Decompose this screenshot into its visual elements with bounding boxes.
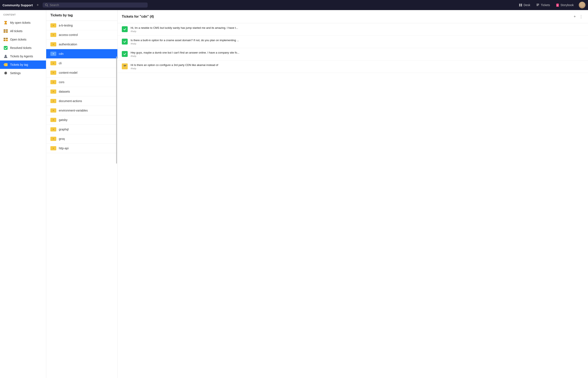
sidebar-item-resolved-tickets[interactable]: Resolved tickets [0,44,46,52]
tag-row-a-b-testing[interactable]: a-b-testing [46,21,117,30]
sidebar-item-tickets-by-tag[interactable]: Tickets by tag [0,60,46,69]
sidebar-item-my-open-tickets[interactable]: My open tickets [0,18,46,27]
tickets-header: Tickets for "cdn" (4) + ⋮ [118,10,588,23]
ticket-item-t4[interactable]: Hi Is there an option co configure a 3rd… [118,60,588,73]
tag-row-access-control[interactable]: access-control [46,30,117,40]
more-options-button[interactable]: ⋮ [578,14,584,20]
tag-row-label-datasets: datasets [59,90,70,93]
tag-row-graphql[interactable]: graphql [46,125,117,134]
topnav-navigation: Desk Tickets S Storybook [516,2,576,8]
tag-row-dot-cli [53,63,54,64]
sidebar-item-all-tickets[interactable]: All tickets [0,27,46,35]
svg-rect-11 [6,30,8,30]
tag-row-label-a-b-testing: a-b-testing [59,24,73,27]
ticket-list: Hi, Im a newbie to CMS but luckily sanit… [118,23,588,378]
brand-title: Community Support [2,3,33,7]
ticket-resolved-icon [122,26,128,32]
tag-row-icon-cdn [50,52,56,56]
tags-column-header: Tickets by tag [46,10,117,21]
storybook-icon: S [556,3,559,7]
ticket-tag-t3: #help [131,55,584,57]
ticket-tag-t4: #help [131,67,248,70]
tag-row-document-actions[interactable]: document-actions [46,96,117,106]
ticket-content-t4: Hi Is there an option co configure a 3rd… [131,63,584,70]
sidebar-header: Content [0,14,46,18]
tag-row-cors[interactable]: cors [46,78,117,87]
all-tickets-icon [3,29,8,33]
ticket-content-t1: Hi, Im a newbie to CMS but luckily sanit… [131,26,584,33]
nav-desk[interactable]: Desk [516,2,533,8]
tags-scrollbar[interactable] [116,56,117,163]
nav-tickets[interactable]: Tickets [534,2,552,8]
tags-column: Tickets by tag a-b-testing access-contro… [46,10,118,378]
avatar[interactable] [579,2,586,8]
tag-row-http-api[interactable]: http-api [46,144,117,153]
avatar-image [579,2,586,8]
tag-row-label-http-api: http-api [59,147,69,150]
tag-row-groq[interactable]: groq [46,134,117,144]
tag-row-label-cdn: cdn [59,52,64,55]
tag-row-authentication[interactable]: authentication [46,40,117,49]
desk-icon [519,3,522,7]
ticket-item-t2[interactable]: Is there a built-in option for a cname a… [118,36,588,48]
tag-row-icon-environment-variables [50,108,56,113]
ticket-text-t3: Hey guys, maybe a dumb one but I can't f… [131,51,248,54]
sidebar-item-settings[interactable]: Settings [0,69,46,77]
agent-icon [3,54,8,59]
search-input[interactable] [50,3,145,7]
tickets-header-actions: + ⋮ [573,14,584,20]
tag-row-icon-a-b-testing [50,23,56,27]
add-ticket-button[interactable]: + [573,14,577,20]
tag-row-icon-groq [50,137,56,141]
add-workspace-button[interactable]: + [35,2,40,8]
sidebar-item-tickets-by-agents[interactable]: Tickets by Agents [0,52,46,60]
tag-row-label-cli: cli [59,62,62,65]
tag-row-icon-content-model [50,70,56,75]
tag-row-label-access-control: access-control [59,33,78,37]
svg-rect-14 [4,32,5,32]
hourglass-icon [3,20,8,25]
ticket-resolved-icon [122,51,128,57]
tags-list-wrapper: a-b-testing access-control authenticatio… [46,21,117,378]
tag-row-label-environment-variables: environment-variables [59,109,88,112]
sidebar-label-settings: Settings [10,71,21,75]
tag-row-cdn[interactable]: cdn [46,49,117,59]
tag-row-dot-document-actions [53,101,54,101]
tag-row-icon-cors [50,80,56,84]
tag-nav-icon [3,62,8,67]
tag-row-label-content-model: content-model [59,71,78,74]
tag-row-label-graphql: graphql [59,128,69,131]
tag-row-datasets[interactable]: datasets [46,87,117,96]
tag-row-dot-access-control [53,34,54,35]
main-layout: Content My open tickets [0,10,588,378]
nav-storybook[interactable]: S Storybook [553,2,576,8]
ticket-item-t3[interactable]: Hey guys, maybe a dumb one but I can't f… [118,48,588,60]
settings-icon [3,71,8,75]
tag-row-dot-content-model [53,72,54,73]
topnav: Community Support + Desk Tickets S [0,0,588,10]
tag-row-dot-datasets [53,91,54,92]
tag-row-dot-cors [53,82,54,82]
search-icon [45,4,48,7]
tickets-column-title: Tickets for "cdn" (4) [122,15,154,18]
sidebar-label-my-open-tickets: My open tickets [10,21,30,24]
tag-row-gatsby[interactable]: gatsby [46,115,117,125]
tag-row-content-model[interactable]: content-model [46,68,117,78]
ticket-tag-icon [122,63,128,69]
tag-row-icon-gatsby [50,118,56,122]
sidebar-item-open-tickets[interactable]: Open tickets [0,35,46,44]
tag-row-icon-http-api [50,146,56,150]
tickets-column: Tickets for "cdn" (4) + ⋮ Hi, Im a newbi… [118,10,588,378]
ticket-item-t1[interactable]: Hi, Im a newbie to CMS but luckily sanit… [118,23,588,36]
ticket-text-t1: Hi, Im a newbie to CMS but luckily sanit… [131,26,248,29]
tickets-nav-icon [536,3,539,7]
svg-rect-25 [4,40,5,40]
sidebar-label-open-tickets: Open tickets [10,38,27,41]
ticket-resolved-icon [122,39,128,44]
ticket-tag-t1: #help [131,30,584,33]
tag-row-environment-variables[interactable]: environment-variables [46,106,117,115]
tag-row-cli[interactable]: cli [46,59,117,68]
ticket-text-t4: Hi Is there an option co configure a 3rd… [131,63,248,70]
ticket-content-t2: Is there a built-in option for a cname a… [131,39,584,45]
sidebar-label-all-tickets: All tickets [10,29,23,33]
